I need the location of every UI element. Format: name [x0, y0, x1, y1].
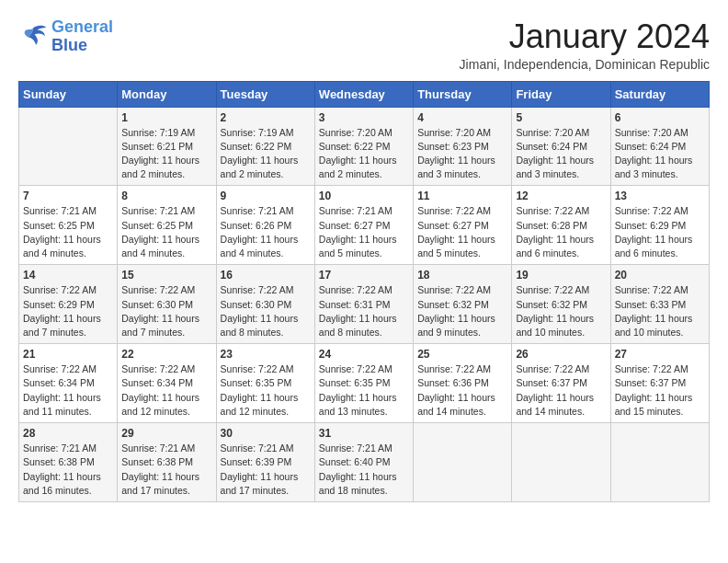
- day-cell: 11Sunrise: 7:22 AM Sunset: 6:27 PM Dayli…: [414, 186, 512, 265]
- day-info: Sunrise: 7:21 AM Sunset: 6:27 PM Dayligh…: [319, 204, 409, 260]
- day-cell: 28Sunrise: 7:21 AM Sunset: 6:38 PM Dayli…: [19, 423, 118, 502]
- day-cell: 17Sunrise: 7:22 AM Sunset: 6:31 PM Dayli…: [314, 265, 413, 344]
- day-cell: 10Sunrise: 7:21 AM Sunset: 6:27 PM Dayli…: [314, 186, 413, 265]
- day-info: Sunrise: 7:22 AM Sunset: 6:35 PM Dayligh…: [319, 362, 409, 419]
- day-info: Sunrise: 7:22 AM Sunset: 6:37 PM Dayligh…: [615, 362, 705, 419]
- day-cell: 21Sunrise: 7:22 AM Sunset: 6:34 PM Dayli…: [19, 344, 118, 423]
- day-info: Sunrise: 7:22 AM Sunset: 6:30 PM Dayligh…: [121, 283, 211, 339]
- month-title: January 2024: [460, 18, 710, 55]
- location-subtitle: Jimani, Independencia, Dominican Republi…: [460, 57, 710, 72]
- day-cell: 14Sunrise: 7:22 AM Sunset: 6:29 PM Dayli…: [19, 265, 118, 344]
- day-cell: 1Sunrise: 7:19 AM Sunset: 6:21 PM Daylig…: [118, 107, 216, 186]
- day-cell: 27Sunrise: 7:22 AM Sunset: 6:37 PM Dayli…: [610, 344, 709, 423]
- day-info: Sunrise: 7:22 AM Sunset: 6:30 PM Dayligh…: [221, 283, 311, 339]
- day-number: 26: [516, 348, 606, 361]
- day-number: 24: [319, 348, 409, 361]
- day-number: 16: [221, 269, 311, 282]
- day-cell: 8Sunrise: 7:21 AM Sunset: 6:25 PM Daylig…: [118, 186, 216, 265]
- header-cell-thursday: Thursday: [414, 81, 512, 107]
- day-cell: 25Sunrise: 7:22 AM Sunset: 6:36 PM Dayli…: [414, 344, 512, 423]
- day-info: Sunrise: 7:19 AM Sunset: 6:22 PM Dayligh…: [221, 126, 311, 182]
- header-cell-sunday: Sunday: [19, 81, 118, 107]
- day-cell: 24Sunrise: 7:22 AM Sunset: 6:35 PM Dayli…: [314, 344, 413, 423]
- day-cell: 16Sunrise: 7:22 AM Sunset: 6:30 PM Dayli…: [216, 265, 314, 344]
- day-number: 27: [615, 348, 705, 361]
- header-row: SundayMondayTuesdayWednesdayThursdayFrid…: [19, 81, 710, 107]
- day-number: 15: [121, 269, 211, 282]
- day-info: Sunrise: 7:20 AM Sunset: 6:24 PM Dayligh…: [615, 126, 705, 182]
- day-cell: 12Sunrise: 7:22 AM Sunset: 6:28 PM Dayli…: [512, 186, 610, 265]
- day-number: 11: [417, 190, 507, 202]
- day-info: Sunrise: 7:20 AM Sunset: 6:23 PM Dayligh…: [417, 126, 507, 182]
- day-cell: 29Sunrise: 7:21 AM Sunset: 6:38 PM Dayli…: [118, 423, 216, 502]
- day-info: Sunrise: 7:22 AM Sunset: 6:27 PM Dayligh…: [417, 204, 507, 260]
- day-number: 23: [221, 348, 311, 361]
- day-number: 17: [319, 269, 409, 282]
- day-info: Sunrise: 7:22 AM Sunset: 6:29 PM Dayligh…: [23, 283, 113, 339]
- header-cell-monday: Monday: [118, 81, 216, 107]
- day-number: 31: [319, 427, 409, 440]
- day-number: 7: [23, 190, 113, 202]
- day-cell: 26Sunrise: 7:22 AM Sunset: 6:37 PM Dayli…: [512, 344, 610, 423]
- day-number: 30: [221, 427, 311, 440]
- day-number: 8: [121, 190, 211, 202]
- header-cell-saturday: Saturday: [610, 81, 709, 107]
- day-cell: [610, 423, 709, 502]
- day-info: Sunrise: 7:22 AM Sunset: 6:32 PM Dayligh…: [417, 283, 507, 339]
- day-number: 21: [23, 348, 113, 361]
- day-info: Sunrise: 7:20 AM Sunset: 6:22 PM Dayligh…: [319, 126, 409, 182]
- day-number: 9: [221, 190, 311, 202]
- day-cell: 22Sunrise: 7:22 AM Sunset: 6:34 PM Dayli…: [118, 344, 216, 423]
- day-number: 3: [319, 111, 409, 124]
- day-number: 19: [516, 269, 606, 282]
- day-cell: 18Sunrise: 7:22 AM Sunset: 6:32 PM Dayli…: [414, 265, 512, 344]
- day-info: Sunrise: 7:22 AM Sunset: 6:29 PM Dayligh…: [615, 204, 705, 260]
- day-cell: [512, 423, 610, 502]
- day-number: 6: [615, 111, 705, 124]
- day-cell: 15Sunrise: 7:22 AM Sunset: 6:30 PM Dayli…: [118, 265, 216, 344]
- header-cell-wednesday: Wednesday: [314, 81, 413, 107]
- calendar-table: SundayMondayTuesdayWednesdayThursdayFrid…: [18, 81, 710, 502]
- day-cell: 20Sunrise: 7:22 AM Sunset: 6:33 PM Dayli…: [610, 265, 709, 344]
- day-cell: 9Sunrise: 7:21 AM Sunset: 6:26 PM Daylig…: [216, 186, 314, 265]
- day-info: Sunrise: 7:21 AM Sunset: 6:38 PM Dayligh…: [121, 442, 211, 498]
- day-number: 12: [516, 190, 606, 202]
- day-info: Sunrise: 7:21 AM Sunset: 6:25 PM Dayligh…: [121, 204, 211, 260]
- title-block: January 2024 Jimani, Independencia, Domi…: [460, 18, 710, 72]
- day-cell: 6Sunrise: 7:20 AM Sunset: 6:24 PM Daylig…: [610, 107, 709, 186]
- header-cell-tuesday: Tuesday: [216, 81, 314, 107]
- day-info: Sunrise: 7:21 AM Sunset: 6:40 PM Dayligh…: [319, 442, 409, 498]
- day-info: Sunrise: 7:22 AM Sunset: 6:37 PM Dayligh…: [516, 362, 606, 419]
- day-info: Sunrise: 7:22 AM Sunset: 6:34 PM Dayligh…: [23, 362, 113, 419]
- day-info: Sunrise: 7:22 AM Sunset: 6:36 PM Dayligh…: [417, 362, 507, 419]
- day-number: 25: [417, 348, 507, 361]
- day-info: Sunrise: 7:21 AM Sunset: 6:39 PM Dayligh…: [221, 442, 311, 498]
- logo-text: General Blue: [51, 18, 113, 55]
- day-cell: 31Sunrise: 7:21 AM Sunset: 6:40 PM Dayli…: [314, 423, 413, 502]
- day-info: Sunrise: 7:22 AM Sunset: 6:35 PM Dayligh…: [221, 362, 311, 419]
- day-number: 14: [23, 269, 113, 282]
- day-cell: 5Sunrise: 7:20 AM Sunset: 6:24 PM Daylig…: [512, 107, 610, 186]
- day-cell: [414, 423, 512, 502]
- day-info: Sunrise: 7:21 AM Sunset: 6:25 PM Dayligh…: [23, 204, 113, 260]
- day-info: Sunrise: 7:22 AM Sunset: 6:31 PM Dayligh…: [319, 283, 409, 339]
- day-cell: 19Sunrise: 7:22 AM Sunset: 6:32 PM Dayli…: [512, 265, 610, 344]
- day-cell: [19, 107, 118, 186]
- day-info: Sunrise: 7:22 AM Sunset: 6:34 PM Dayligh…: [121, 362, 211, 419]
- day-cell: 2Sunrise: 7:19 AM Sunset: 6:22 PM Daylig…: [216, 107, 314, 186]
- logo: General Blue: [18, 18, 113, 55]
- week-row-5: 28Sunrise: 7:21 AM Sunset: 6:38 PM Dayli…: [19, 423, 710, 502]
- day-cell: 7Sunrise: 7:21 AM Sunset: 6:25 PM Daylig…: [19, 186, 118, 265]
- day-number: 2: [221, 111, 311, 124]
- day-info: Sunrise: 7:20 AM Sunset: 6:24 PM Dayligh…: [516, 126, 606, 182]
- day-info: Sunrise: 7:21 AM Sunset: 6:38 PM Dayligh…: [23, 442, 113, 498]
- day-number: 13: [615, 190, 705, 202]
- day-number: 4: [417, 111, 507, 124]
- day-info: Sunrise: 7:22 AM Sunset: 6:32 PM Dayligh…: [516, 283, 606, 339]
- day-cell: 3Sunrise: 7:20 AM Sunset: 6:22 PM Daylig…: [314, 107, 413, 186]
- page-header: General Blue January 2024 Jimani, Indepe…: [18, 18, 710, 72]
- day-number: 29: [121, 427, 211, 440]
- day-cell: 4Sunrise: 7:20 AM Sunset: 6:23 PM Daylig…: [414, 107, 512, 186]
- week-row-2: 7Sunrise: 7:21 AM Sunset: 6:25 PM Daylig…: [19, 186, 710, 265]
- day-cell: 23Sunrise: 7:22 AM Sunset: 6:35 PM Dayli…: [216, 344, 314, 423]
